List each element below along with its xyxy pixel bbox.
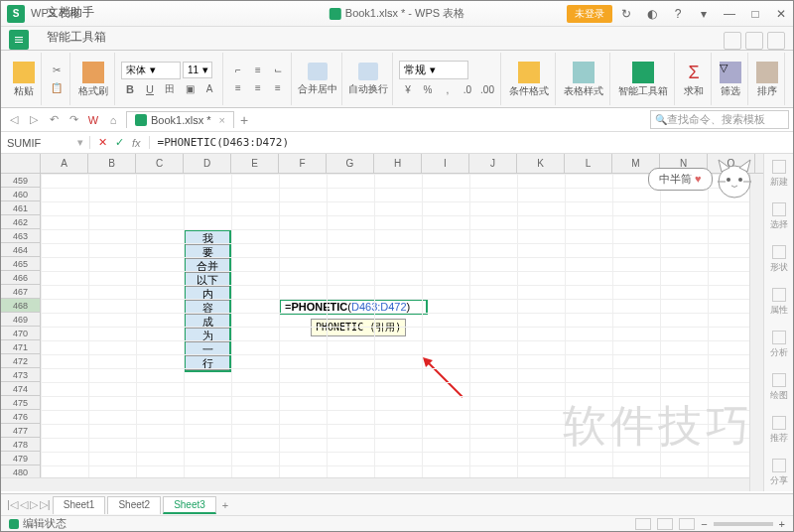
nav-redo-icon[interactable]: ↷ (65, 112, 82, 128)
rpanel-推荐[interactable]: 推荐 (770, 416, 788, 445)
font-color-icon[interactable]: A (200, 81, 218, 97)
sheet-nav-last[interactable]: ▷| (40, 498, 51, 511)
row-header-463[interactable]: 463 (1, 229, 41, 243)
row-header-476[interactable]: 476 (1, 410, 41, 424)
sheet-add[interactable]: + (222, 499, 228, 511)
align-center-icon[interactable]: ≡ (249, 80, 267, 96)
cond-format-button[interactable]: 条件格式 (503, 53, 556, 105)
align-right-icon[interactable]: ≡ (269, 80, 287, 96)
format-painter-button[interactable]: 格式刷 (72, 53, 115, 105)
menu-icon[interactable]: ▾ (692, 4, 716, 24)
dec-dec-icon[interactable]: .00 (478, 81, 496, 97)
rpanel-分享[interactable]: 分享 (770, 459, 788, 487)
nav-home-icon[interactable]: ⌂ (104, 112, 122, 128)
rpanel-选择[interactable]: 选择 (770, 202, 788, 231)
fx-icon[interactable]: fx (132, 137, 141, 149)
refresh-icon[interactable]: ↻ (614, 4, 638, 24)
sort-button[interactable]: 排序 (750, 53, 785, 105)
dec-inc-icon[interactable]: .0 (459, 81, 476, 97)
col-header-E[interactable]: E (231, 154, 279, 173)
rpanel-分析[interactable]: 分析 (770, 331, 788, 359)
rpanel-形状[interactable]: 形状 (770, 245, 788, 274)
nav-fwd-icon[interactable]: ▷ (25, 112, 43, 128)
col-header-J[interactable]: J (469, 154, 517, 173)
col-header-A[interactable]: A (41, 154, 88, 173)
doc-tab-active[interactable]: Book1.xlsx * × (126, 111, 234, 128)
col-header-D[interactable]: D (184, 154, 231, 173)
col-header-K[interactable]: K (517, 154, 565, 173)
row-header-473[interactable]: 473 (1, 368, 41, 382)
underline-icon[interactable]: U (141, 81, 159, 97)
formula-input[interactable]: =PHONETIC(D463:D472) (150, 136, 793, 149)
minimize-icon[interactable]: — (718, 4, 741, 24)
view-page-icon[interactable] (657, 518, 673, 530)
row-header-466[interactable]: 466 (1, 271, 41, 285)
row-header-469[interactable]: 469 (1, 313, 41, 327)
command-search[interactable]: 🔍 查找命令、搜索模板 (650, 110, 789, 129)
select-all-corner[interactable] (1, 154, 41, 173)
scrollbar-horizontal[interactable] (1, 477, 749, 491)
copy-icon[interactable]: 📋 (48, 80, 66, 96)
col-header-L[interactable]: L (565, 154, 612, 173)
row-header-462[interactable]: 462 (1, 215, 41, 229)
row-header-468[interactable]: 468 (1, 299, 41, 313)
file-button[interactable] (9, 30, 29, 50)
zoom-in[interactable]: + (779, 518, 785, 530)
maximize-icon[interactable]: □ (743, 4, 767, 24)
percent-icon[interactable]: % (419, 81, 437, 97)
view-normal-icon[interactable] (635, 518, 651, 530)
currency-icon[interactable]: ¥ (399, 81, 417, 97)
row-header-479[interactable]: 479 (1, 452, 41, 466)
row-header-459[interactable]: 459 (1, 174, 41, 188)
cut-icon[interactable]: ✂ (48, 63, 66, 78)
row-header-460[interactable]: 460 (1, 188, 41, 201)
spreadsheet-grid[interactable]: ABCDEFGHIJKLMNO 459460461462463464465466… (1, 154, 793, 491)
doc-tab-add[interactable]: + (240, 112, 248, 128)
confirm-formula-icon[interactable]: ✓ (115, 136, 124, 149)
nav-refresh-icon[interactable]: W (84, 112, 102, 128)
table-style-button[interactable]: 表格样式 (558, 53, 610, 105)
skin-icon[interactable]: ◐ (640, 4, 664, 24)
fill-icon[interactable]: ▣ (181, 81, 198, 97)
row-header-477[interactable]: 477 (1, 424, 41, 438)
sum-button[interactable]: Σ求和 (677, 53, 712, 105)
cat-bubble[interactable]: 中半筒 ♥ (648, 168, 713, 191)
col-header-B[interactable]: B (88, 154, 136, 173)
doc-tab-close-icon[interactable]: × (219, 114, 225, 126)
ribbon-opt-1[interactable] (724, 32, 741, 50)
cancel-formula-icon[interactable]: ✕ (98, 136, 107, 149)
paste-button[interactable]: 粘贴 (7, 53, 42, 105)
row-header-467[interactable]: 467 (1, 285, 41, 299)
sheet-tab-Sheet3[interactable]: Sheet3 (163, 496, 216, 514)
merge-button[interactable]: 合并居中 (294, 53, 342, 105)
sheet-nav-first[interactable]: |◁ (7, 498, 18, 511)
sheet-nav-next[interactable]: ▷ (30, 498, 38, 511)
col-header-F[interactable]: F (279, 154, 327, 173)
login-button[interactable]: 未登录 (567, 5, 612, 23)
align-top-icon[interactable]: ⌐ (229, 63, 247, 78)
rpanel-新建[interactable]: 新建 (770, 160, 788, 189)
comma-icon[interactable]: , (439, 81, 457, 97)
help-icon[interactable]: ? (666, 4, 690, 24)
zoom-out[interactable]: − (701, 518, 707, 530)
view-break-icon[interactable] (679, 518, 695, 530)
row-header-478[interactable]: 478 (1, 438, 41, 452)
row-header-470[interactable]: 470 (1, 327, 41, 340)
align-bot-icon[interactable]: ⌙ (269, 63, 287, 78)
number-format-drop[interactable]: 常规 ▾ (399, 61, 468, 79)
row-header-464[interactable]: 464 (1, 243, 41, 257)
rpanel-属性[interactable]: 属性 (770, 288, 788, 317)
col-header-C[interactable]: C (136, 154, 184, 173)
border-icon[interactable]: 田 (161, 81, 179, 97)
ribbon-opt-3[interactable] (767, 32, 785, 50)
smart-tools-button[interactable]: 智能工具箱 (612, 53, 675, 105)
menu-tab-10[interactable]: 智能工具箱 (37, 25, 116, 50)
zoom-slider[interactable] (714, 522, 773, 526)
filter-button[interactable]: ▽筛选 (714, 53, 748, 105)
ribbon-opt-2[interactable] (745, 32, 763, 50)
col-header-H[interactable]: H (374, 154, 422, 173)
sheet-tab-Sheet1[interactable]: Sheet1 (53, 496, 106, 514)
close-icon[interactable]: ✕ (769, 4, 793, 24)
format-button[interactable]: 格式 (787, 53, 793, 105)
row-header-465[interactable]: 465 (1, 257, 41, 271)
